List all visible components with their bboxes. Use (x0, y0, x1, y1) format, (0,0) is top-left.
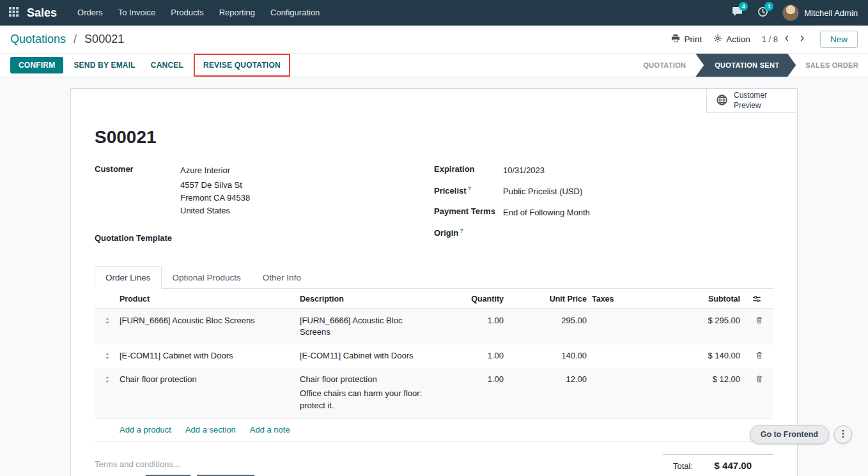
pager-previous-button[interactable] (780, 32, 793, 47)
add-a-note-link[interactable]: Add a note (250, 425, 290, 434)
total-section: Total: $ 447.00 (663, 454, 773, 471)
apps-menu-button[interactable] (0, 0, 27, 26)
chevron-right-icon (798, 35, 806, 44)
breadcrumb-separator: / (74, 33, 77, 45)
state-sales-order[interactable]: SALES ORDER (796, 54, 868, 77)
cell-subtotal: $ 12.00 (649, 368, 745, 392)
cell-taxes[interactable] (592, 344, 649, 356)
order-line-row[interactable]: [FURN_6666] Acoustic Bloc Screens [FURN_… (95, 309, 773, 345)
top-navbar: Sales Orders To Invoice Products Reporti… (0, 0, 868, 26)
col-header-subtotal[interactable]: Subtotal (649, 289, 745, 309)
order-line-row[interactable]: Chair floor protection Chair floor prote… (95, 368, 773, 418)
messages-button[interactable]: 4 (725, 0, 749, 26)
col-header-quantity[interactable]: Quantity (432, 289, 509, 309)
col-header-taxes[interactable]: Taxes (592, 289, 649, 309)
col-header-description[interactable]: Description (300, 289, 432, 309)
pager: 1 / 8 (762, 32, 809, 47)
apps-grid-icon (9, 7, 19, 19)
new-button[interactable]: New (820, 31, 858, 48)
control-panel: Quotations / S00021 Print Action 1 / 8 (0, 26, 868, 54)
avatar (782, 4, 799, 21)
order-line-row[interactable]: [E-COM11] Cabinet with Doors [E-COM11] C… (95, 344, 773, 368)
origin-label: Origin? (434, 227, 503, 238)
customer-address-line1: 4557 De Silva St (180, 179, 250, 192)
cell-product[interactable]: Chair floor protection (120, 368, 300, 392)
cell-product[interactable]: [FURN_6666] Acoustic Bloc Screens (120, 309, 300, 333)
drag-handle-icon[interactable] (95, 344, 120, 360)
action-button[interactable]: Action (713, 34, 750, 45)
app-window: Sales Orders To Invoice Products Reporti… (0, 0, 868, 476)
cell-product[interactable]: [E-COM11] Cabinet with Doors (120, 344, 300, 368)
cell-quantity[interactable]: 1.00 (432, 309, 509, 333)
switcher-menu-button[interactable] (834, 426, 852, 443)
payment-terms-value[interactable]: End of Following Month (503, 206, 590, 219)
cell-description[interactable]: [E-COM11] Cabinet with Doors (300, 350, 427, 362)
customer-name[interactable]: Azure Interior (180, 164, 250, 177)
cell-taxes[interactable] (592, 368, 649, 380)
printer-icon (671, 34, 680, 45)
optional-columns-icon[interactable] (745, 289, 773, 309)
confirm-button[interactable]: CONFIRM (10, 57, 63, 73)
customer-preview-button[interactable]: Customer Preview (706, 89, 797, 113)
chevron-left-icon (783, 35, 791, 44)
add-a-product-link[interactable]: Add a product (120, 425, 171, 434)
cell-taxes[interactable] (592, 309, 649, 321)
send-by-email-button[interactable]: SEND BY EMAIL (68, 57, 140, 73)
nav-item-orders[interactable]: Orders (70, 0, 111, 26)
payment-terms-label: Payment Terms (434, 206, 503, 219)
cancel-button[interactable]: CANCEL (146, 57, 189, 73)
cell-description[interactable]: Chair floor protection (300, 374, 427, 386)
revise-quotation-button[interactable]: REVISE QUOTATION (198, 57, 286, 73)
nav-item-products[interactable]: Products (163, 0, 211, 26)
cell-unit-price[interactable]: 295.00 (509, 309, 592, 333)
cell-quantity[interactable]: 1.00 (432, 344, 509, 368)
trash-icon (756, 376, 763, 385)
expiration-value[interactable]: 10/31/2023 (503, 164, 545, 177)
tab-other-info[interactable]: Other Info (252, 266, 312, 289)
activities-button[interactable]: 1 (750, 0, 775, 26)
expiration-label: Expiration (434, 164, 503, 177)
smart-button-box: Customer Preview (71, 89, 797, 113)
tab-optional-products[interactable]: Optional Products (162, 266, 252, 289)
order-lines-table: Product Description Quantity Unit Price … (95, 289, 773, 441)
pricelist-label: Pricelist? (434, 185, 503, 198)
cell-description-note: Office chairs can harm your floor: prote… (300, 388, 427, 412)
state-quotation[interactable]: QUOTATION (633, 54, 695, 77)
nav-item-configuration[interactable]: Configuration (263, 0, 327, 26)
nav-item-reporting[interactable]: Reporting (212, 0, 263, 26)
pager-next-button[interactable] (796, 32, 809, 47)
pager-value[interactable]: 1 / 8 (762, 35, 778, 44)
delete-line-button[interactable] (756, 351, 763, 362)
col-header-product[interactable]: Product (120, 289, 300, 309)
add-a-section-link[interactable]: Add a section (185, 425, 236, 434)
user-menu[interactable]: Mitchell Admin (776, 4, 859, 21)
cell-unit-price[interactable]: 140.00 (509, 344, 592, 368)
nav-item-to-invoice[interactable]: To Invoice (111, 0, 164, 26)
state-quotation-sent[interactable]: QUOTATION SENT (695, 54, 796, 77)
drag-handle-icon[interactable] (95, 368, 120, 384)
pricelist-value[interactable]: Public Pricelist (USD) (503, 185, 582, 198)
customer-address-line2: Fremont CA 94538 (180, 192, 250, 204)
customer-address-line3: United States (180, 204, 250, 217)
cell-subtotal: $ 295.00 (649, 309, 745, 333)
cell-description[interactable]: [FURN_6666] Acoustic Bloc Screens (300, 315, 427, 339)
table-header-row: Product Description Quantity Unit Price … (95, 289, 773, 309)
quotation-form-sheet: Customer Preview S00021 Customer Azure I… (70, 88, 798, 476)
col-header-unit-price[interactable]: Unit Price (509, 289, 592, 309)
origin-help-icon: ? (460, 227, 463, 234)
quotation-title: S00021 (95, 127, 773, 148)
delete-line-button[interactable] (756, 374, 763, 385)
total-value: $ 447.00 (715, 460, 752, 471)
tab-order-lines[interactable]: Order Lines (95, 266, 162, 289)
terms-placeholder[interactable]: Terms and conditions... (95, 454, 180, 471)
app-brand[interactable]: Sales (27, 6, 57, 20)
print-button[interactable]: Print (671, 34, 702, 45)
drag-handle-icon[interactable] (95, 309, 120, 325)
breadcrumb-quotations-link[interactable]: Quotations (10, 33, 66, 45)
cell-quantity[interactable]: 1.00 (432, 368, 509, 392)
cell-unit-price[interactable]: 12.00 (509, 368, 592, 392)
go-to-frontend-button[interactable]: Go to Frontend (750, 425, 829, 444)
customer-preview-line2: Preview (734, 101, 761, 111)
main-content: Customer Preview S00021 Customer Azure I… (0, 77, 868, 476)
delete-line-button[interactable] (756, 316, 763, 326)
